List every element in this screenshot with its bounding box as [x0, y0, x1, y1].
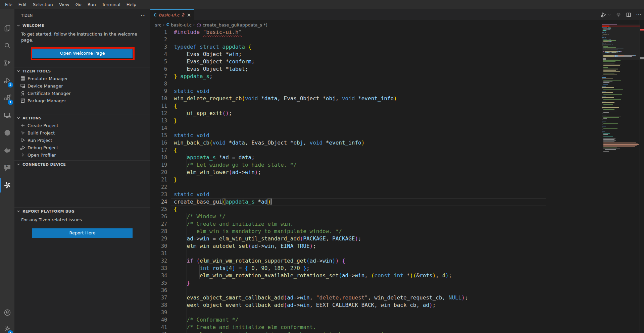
item-label: Emulator Manager [28, 76, 68, 81]
tizen-sidebar: TIZEN ⋯ WELCOMETo get started, follow th… [14, 9, 150, 333]
activity-remote-explorer[interactable] [0, 107, 14, 124]
menu-go[interactable]: Go [72, 0, 85, 9]
line-text: /* Create and initialize elm_conformant. [174, 324, 316, 331]
line-number: 22 [150, 183, 167, 191]
welcome-description: To get started, follow the instructions … [21, 31, 138, 43]
code-line-12: 12 ui_app_exit(); [150, 110, 644, 117]
menu-file[interactable]: File [2, 0, 15, 9]
activity-live-share[interactable] [0, 124, 14, 141]
close-icon[interactable]: × [187, 12, 191, 18]
sidebar-item-debug-project[interactable]: Debug Project [14, 144, 150, 151]
account-icon [3, 309, 11, 317]
section-header-tizen-tools[interactable]: TIZEN TOOLS [14, 67, 150, 75]
more-actions-button[interactable]: ⋯ [636, 11, 641, 18]
sidebar-item-build-project[interactable]: Build Project [14, 129, 150, 136]
sidebar-item-certificate-manager[interactable]: Certificate Manager [14, 90, 150, 97]
code-line-24: 24create_base_gui(appdata_s *ad) [150, 198, 644, 206]
remote-explorer-icon [3, 111, 11, 119]
line-number: 40 [150, 316, 167, 324]
sidebar-item-open-profiler[interactable]: Open Profiler [14, 151, 150, 159]
line-text: int rots[4] = { 0, 90, 180, 270 }; [174, 265, 310, 272]
menu-edit[interactable]: Edit [15, 0, 30, 9]
activity-extensions[interactable]: 1 [0, 90, 14, 106]
line-number: 12 [150, 110, 167, 117]
code-line-16: 16win_back_cb(void *data, Evas_Object *o… [150, 139, 644, 147]
line-text: ui_app_exit(); [174, 110, 232, 117]
line-text: } appdata_s; [174, 73, 213, 80]
sidebar-item-create-project[interactable]: Create Project [14, 122, 150, 129]
split-editor-icon [626, 12, 631, 17]
symbol-method-icon [197, 22, 201, 28]
activity-search[interactable] [0, 37, 14, 54]
section-header-welcome[interactable]: WELCOME [14, 22, 150, 29]
code-line-42: 42 elm_conformant is mandatory for base … [150, 331, 644, 333]
tab-basic-ui-c[interactable]: C basic-ui.c 2 × [150, 9, 194, 20]
line-text: ad->win = elm_win_util_standard_add(PACK… [174, 235, 361, 242]
code-line-22: 22 [150, 183, 644, 191]
activity-explorer[interactable] [0, 20, 14, 37]
run-dropdown-button[interactable] [608, 13, 611, 16]
sidebar-item-device-manager[interactable]: Device Manager [14, 82, 150, 90]
breadcrumb-item[interactable]: create_base_gui(appdata_s *) [203, 22, 267, 27]
menu-terminal[interactable]: Terminal [99, 0, 123, 9]
menu-view[interactable]: View [56, 0, 72, 9]
activity-settings[interactable]: 1 [0, 320, 14, 333]
more-actions-icon[interactable]: ⋯ [141, 12, 146, 18]
activity-docker[interactable] [0, 142, 14, 159]
indent-guide [187, 250, 187, 257]
tab-strip: C basic-ui.c 2 × ⋯ [150, 9, 644, 20]
line-text: } [174, 176, 177, 183]
section-divider [14, 160, 150, 161]
code-line-2: 2 [150, 36, 644, 43]
section-header-report-platform-bug[interactable]: REPORT PLATFORM BUG [14, 208, 150, 215]
line-text: } [174, 117, 177, 124]
report-here-button[interactable]: Report Here [32, 228, 133, 238]
activity-run-and-debug[interactable]: 2 [0, 72, 14, 89]
activity-accounts[interactable] [0, 304, 14, 321]
split-editor-button[interactable] [626, 12, 631, 17]
minimap-slider[interactable] [602, 24, 640, 60]
code-line-34: 34 elm_win_wm_rotation_available_rotatio… [150, 272, 644, 279]
line-text: /* Window */ [174, 213, 226, 220]
chevron-down-icon [16, 115, 21, 121]
menu-selection[interactable]: Selection [30, 0, 56, 9]
line-number: 37 [150, 294, 167, 301]
line-number: 3 [150, 43, 167, 51]
menu-help[interactable]: Help [123, 0, 140, 9]
code-line-39: 39 [150, 309, 644, 316]
breadcrumb-item[interactable]: basic-ui.c [171, 22, 192, 27]
open-welcome-page-button[interactable]: Open Welcome Page [32, 49, 133, 58]
item-label: Certificate Manager [28, 91, 71, 96]
activity-tizen[interactable] [0, 177, 14, 193]
breadcrumb-item[interactable]: src [155, 22, 161, 27]
minimap[interactable] [602, 24, 640, 172]
line-text: typedef struct appdata { [174, 43, 251, 51]
section-header-actions[interactable]: ACTIONS [14, 114, 150, 122]
chevron-right-icon [20, 152, 26, 158]
sidebar-item-run-project[interactable]: Run Project [14, 136, 150, 144]
code-line-36: 36 [150, 287, 644, 294]
activity-chat-c[interactable]: C [0, 159, 14, 176]
sidebar-item-emulator-manager[interactable]: Emulator Manager [14, 75, 150, 82]
plus-icon [20, 123, 26, 128]
section-header-connected-device[interactable]: CONNECTED DEVICE [14, 161, 150, 168]
c-file-icon: C [166, 22, 169, 27]
line-text: Evas_Object *win; [174, 51, 242, 58]
menu-bar: FileEditSelectionViewGoRunTerminalHelp [0, 0, 644, 9]
code-editor[interactable]: 1#include "basic-ui.h"23typedef struct a… [150, 30, 644, 333]
run-or-debug-button[interactable] [601, 12, 606, 17]
line-number: 41 [150, 324, 167, 331]
breadcrumb-separator: › [163, 22, 165, 27]
line-text: /* Let window go to hide state. */ [174, 161, 297, 169]
sidebar-item-package-manager[interactable]: Package Manager [14, 97, 150, 104]
menu-run[interactable]: Run [85, 0, 99, 9]
item-label: Run Project [28, 138, 52, 143]
code-line-13: 13} [150, 117, 644, 124]
activity-source-control[interactable] [0, 55, 14, 71]
code-line-18: 18 appdata_s *ad = data; [150, 154, 644, 161]
line-number: 20 [150, 169, 167, 176]
line-text: static void [174, 132, 209, 139]
line-number: 17 [150, 147, 167, 154]
line-number: 34 [150, 272, 167, 279]
build-tasks-button[interactable] [616, 12, 621, 17]
